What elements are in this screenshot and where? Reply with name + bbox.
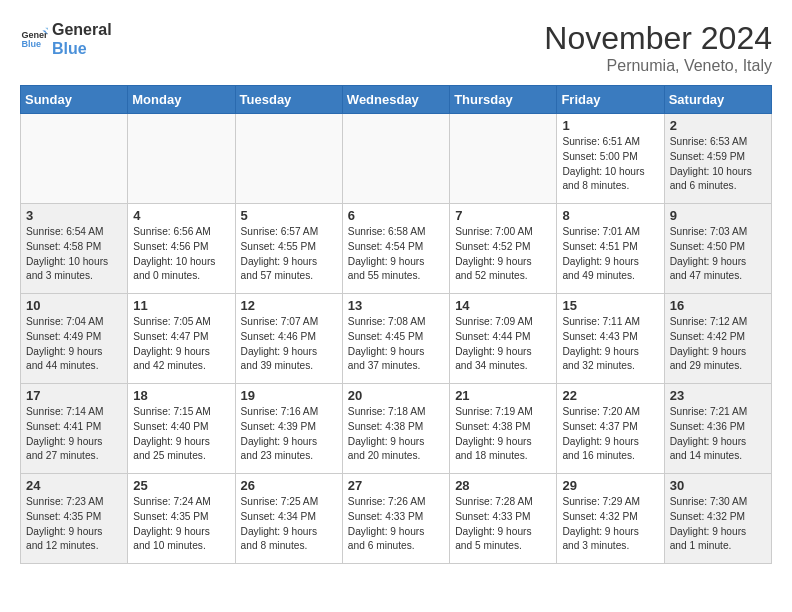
day-number: 7 xyxy=(455,208,551,223)
calendar-cell: 3Sunrise: 6:54 AM Sunset: 4:58 PM Daylig… xyxy=(21,204,128,294)
calendar-cell: 29Sunrise: 7:29 AM Sunset: 4:32 PM Dayli… xyxy=(557,474,664,564)
day-info: Sunrise: 7:12 AM Sunset: 4:42 PM Dayligh… xyxy=(670,315,766,374)
day-number: 11 xyxy=(133,298,229,313)
day-number: 5 xyxy=(241,208,337,223)
day-number: 2 xyxy=(670,118,766,133)
day-info: Sunrise: 7:08 AM Sunset: 4:45 PM Dayligh… xyxy=(348,315,444,374)
day-number: 12 xyxy=(241,298,337,313)
calendar-cell: 7Sunrise: 7:00 AM Sunset: 4:52 PM Daylig… xyxy=(450,204,557,294)
day-number: 22 xyxy=(562,388,658,403)
day-info: Sunrise: 7:01 AM Sunset: 4:51 PM Dayligh… xyxy=(562,225,658,284)
day-info: Sunrise: 6:57 AM Sunset: 4:55 PM Dayligh… xyxy=(241,225,337,284)
day-info: Sunrise: 7:28 AM Sunset: 4:33 PM Dayligh… xyxy=(455,495,551,554)
day-info: Sunrise: 7:16 AM Sunset: 4:39 PM Dayligh… xyxy=(241,405,337,464)
day-number: 29 xyxy=(562,478,658,493)
day-number: 13 xyxy=(348,298,444,313)
day-info: Sunrise: 7:14 AM Sunset: 4:41 PM Dayligh… xyxy=(26,405,122,464)
col-friday: Friday xyxy=(557,86,664,114)
calendar-cell: 22Sunrise: 7:20 AM Sunset: 4:37 PM Dayli… xyxy=(557,384,664,474)
svg-text:Blue: Blue xyxy=(21,40,41,50)
calendar-cell xyxy=(450,114,557,204)
day-info: Sunrise: 7:18 AM Sunset: 4:38 PM Dayligh… xyxy=(348,405,444,464)
day-number: 20 xyxy=(348,388,444,403)
day-info: Sunrise: 7:04 AM Sunset: 4:49 PM Dayligh… xyxy=(26,315,122,374)
calendar-cell xyxy=(342,114,449,204)
calendar-cell: 2Sunrise: 6:53 AM Sunset: 4:59 PM Daylig… xyxy=(664,114,771,204)
day-info: Sunrise: 7:29 AM Sunset: 4:32 PM Dayligh… xyxy=(562,495,658,554)
calendar-cell: 17Sunrise: 7:14 AM Sunset: 4:41 PM Dayli… xyxy=(21,384,128,474)
col-wednesday: Wednesday xyxy=(342,86,449,114)
day-number: 26 xyxy=(241,478,337,493)
day-number: 25 xyxy=(133,478,229,493)
day-number: 14 xyxy=(455,298,551,313)
day-info: Sunrise: 7:11 AM Sunset: 4:43 PM Dayligh… xyxy=(562,315,658,374)
calendar-table: Sunday Monday Tuesday Wednesday Thursday… xyxy=(20,85,772,564)
day-info: Sunrise: 7:24 AM Sunset: 4:35 PM Dayligh… xyxy=(133,495,229,554)
day-number: 1 xyxy=(562,118,658,133)
location: Pernumia, Veneto, Italy xyxy=(544,57,772,75)
calendar-cell: 12Sunrise: 7:07 AM Sunset: 4:46 PM Dayli… xyxy=(235,294,342,384)
day-number: 24 xyxy=(26,478,122,493)
day-info: Sunrise: 6:58 AM Sunset: 4:54 PM Dayligh… xyxy=(348,225,444,284)
day-info: Sunrise: 7:09 AM Sunset: 4:44 PM Dayligh… xyxy=(455,315,551,374)
title-block: November 2024 Pernumia, Veneto, Italy xyxy=(544,20,772,75)
logo-general: General xyxy=(52,20,112,39)
calendar-cell: 16Sunrise: 7:12 AM Sunset: 4:42 PM Dayli… xyxy=(664,294,771,384)
day-number: 10 xyxy=(26,298,122,313)
calendar-cell: 10Sunrise: 7:04 AM Sunset: 4:49 PM Dayli… xyxy=(21,294,128,384)
calendar-cell: 24Sunrise: 7:23 AM Sunset: 4:35 PM Dayli… xyxy=(21,474,128,564)
day-number: 28 xyxy=(455,478,551,493)
calendar-cell: 5Sunrise: 6:57 AM Sunset: 4:55 PM Daylig… xyxy=(235,204,342,294)
day-info: Sunrise: 7:23 AM Sunset: 4:35 PM Dayligh… xyxy=(26,495,122,554)
day-info: Sunrise: 6:53 AM Sunset: 4:59 PM Dayligh… xyxy=(670,135,766,194)
calendar-cell: 26Sunrise: 7:25 AM Sunset: 4:34 PM Dayli… xyxy=(235,474,342,564)
day-number: 4 xyxy=(133,208,229,223)
calendar-row-3: 17Sunrise: 7:14 AM Sunset: 4:41 PM Dayli… xyxy=(21,384,772,474)
day-number: 18 xyxy=(133,388,229,403)
col-saturday: Saturday xyxy=(664,86,771,114)
day-info: Sunrise: 7:03 AM Sunset: 4:50 PM Dayligh… xyxy=(670,225,766,284)
calendar-cell: 28Sunrise: 7:28 AM Sunset: 4:33 PM Dayli… xyxy=(450,474,557,564)
day-info: Sunrise: 7:26 AM Sunset: 4:33 PM Dayligh… xyxy=(348,495,444,554)
day-info: Sunrise: 6:56 AM Sunset: 4:56 PM Dayligh… xyxy=(133,225,229,284)
day-number: 9 xyxy=(670,208,766,223)
day-number: 15 xyxy=(562,298,658,313)
calendar-cell: 18Sunrise: 7:15 AM Sunset: 4:40 PM Dayli… xyxy=(128,384,235,474)
logo-icon: General Blue xyxy=(20,25,48,53)
calendar-cell: 15Sunrise: 7:11 AM Sunset: 4:43 PM Dayli… xyxy=(557,294,664,384)
day-info: Sunrise: 6:54 AM Sunset: 4:58 PM Dayligh… xyxy=(26,225,122,284)
calendar-cell: 30Sunrise: 7:30 AM Sunset: 4:32 PM Dayli… xyxy=(664,474,771,564)
day-info: Sunrise: 7:25 AM Sunset: 4:34 PM Dayligh… xyxy=(241,495,337,554)
day-info: Sunrise: 7:00 AM Sunset: 4:52 PM Dayligh… xyxy=(455,225,551,284)
calendar-cell: 23Sunrise: 7:21 AM Sunset: 4:36 PM Dayli… xyxy=(664,384,771,474)
day-info: Sunrise: 7:21 AM Sunset: 4:36 PM Dayligh… xyxy=(670,405,766,464)
calendar-cell: 1Sunrise: 6:51 AM Sunset: 5:00 PM Daylig… xyxy=(557,114,664,204)
day-number: 21 xyxy=(455,388,551,403)
day-number: 27 xyxy=(348,478,444,493)
calendar-cell: 8Sunrise: 7:01 AM Sunset: 4:51 PM Daylig… xyxy=(557,204,664,294)
calendar-row-1: 3Sunrise: 6:54 AM Sunset: 4:58 PM Daylig… xyxy=(21,204,772,294)
calendar-cell: 6Sunrise: 6:58 AM Sunset: 4:54 PM Daylig… xyxy=(342,204,449,294)
calendar-cell: 20Sunrise: 7:18 AM Sunset: 4:38 PM Dayli… xyxy=(342,384,449,474)
page-header: General Blue General Blue November 2024 … xyxy=(20,20,772,75)
calendar-cell: 11Sunrise: 7:05 AM Sunset: 4:47 PM Dayli… xyxy=(128,294,235,384)
logo-blue: Blue xyxy=(52,39,112,58)
day-number: 3 xyxy=(26,208,122,223)
day-info: Sunrise: 7:05 AM Sunset: 4:47 PM Dayligh… xyxy=(133,315,229,374)
calendar-cell: 9Sunrise: 7:03 AM Sunset: 4:50 PM Daylig… xyxy=(664,204,771,294)
logo: General Blue General Blue xyxy=(20,20,112,58)
calendar-cell xyxy=(235,114,342,204)
day-number: 16 xyxy=(670,298,766,313)
col-sunday: Sunday xyxy=(21,86,128,114)
day-number: 23 xyxy=(670,388,766,403)
calendar-cell xyxy=(21,114,128,204)
calendar-row-0: 1Sunrise: 6:51 AM Sunset: 5:00 PM Daylig… xyxy=(21,114,772,204)
day-info: Sunrise: 7:15 AM Sunset: 4:40 PM Dayligh… xyxy=(133,405,229,464)
calendar-cell: 25Sunrise: 7:24 AM Sunset: 4:35 PM Dayli… xyxy=(128,474,235,564)
calendar-header-row: Sunday Monday Tuesday Wednesday Thursday… xyxy=(21,86,772,114)
day-number: 6 xyxy=(348,208,444,223)
day-number: 19 xyxy=(241,388,337,403)
calendar-cell: 14Sunrise: 7:09 AM Sunset: 4:44 PM Dayli… xyxy=(450,294,557,384)
calendar-cell: 13Sunrise: 7:08 AM Sunset: 4:45 PM Dayli… xyxy=(342,294,449,384)
day-info: Sunrise: 6:51 AM Sunset: 5:00 PM Dayligh… xyxy=(562,135,658,194)
